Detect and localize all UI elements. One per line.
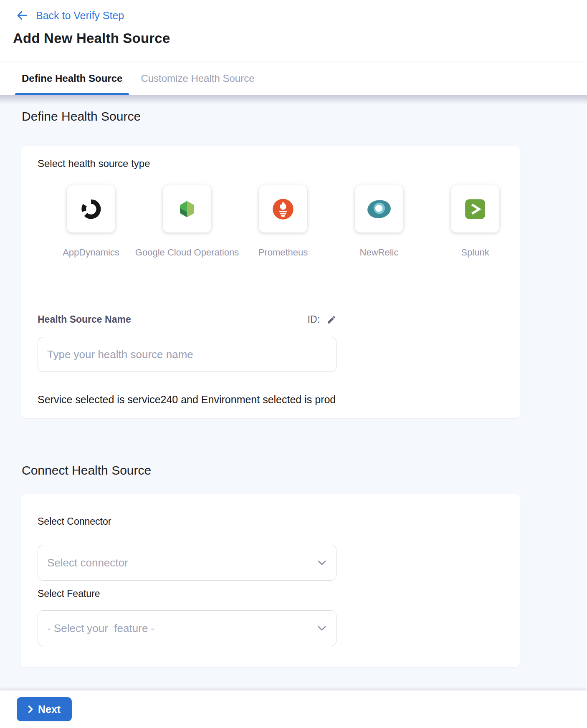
newrelic-icon xyxy=(367,200,391,219)
content-area: Define Health Source Select health sourc… xyxy=(0,95,587,690)
select-feature-label: Select Feature xyxy=(38,588,503,599)
arrow-left-icon xyxy=(16,9,28,22)
connect-section-heading: Connect Health Source xyxy=(22,463,587,478)
tile-label-prometheus: Prometheus xyxy=(258,247,308,258)
tile-label-newrelic: NewRelic xyxy=(360,247,399,258)
prometheus-icon xyxy=(272,198,294,220)
prometheus-tile[interactable] xyxy=(259,185,307,233)
tile-label-appdynamics: AppDynamics xyxy=(63,247,119,258)
service-environment-note: Service selected is service240 and Envir… xyxy=(38,394,503,406)
appdynamics-icon xyxy=(80,198,102,220)
select-connector-label: Select Connector xyxy=(38,516,503,527)
tab-bar: Define Health Source Customize Health So… xyxy=(0,61,587,95)
google-cloud-operations-icon xyxy=(176,198,198,220)
define-health-source-card: Select health source type AppDynamics xyxy=(21,146,520,418)
health-source-name-input[interactable] xyxy=(38,337,337,372)
tile-label-google-cloud-operations: Google Cloud Operations xyxy=(135,247,239,258)
source-option-splunk: Splunk xyxy=(451,185,499,233)
next-button-label: Next xyxy=(38,703,61,715)
pencil-icon xyxy=(326,315,337,325)
edit-id-button[interactable] xyxy=(326,315,337,325)
source-option-newrelic: NewRelic xyxy=(355,185,403,233)
footer: Next xyxy=(0,690,587,728)
health-source-name-row: Health Source Name ID: xyxy=(38,314,337,325)
source-option-google-cloud-operations: Google Cloud Operations xyxy=(163,185,211,233)
chevron-right-icon xyxy=(28,705,33,713)
source-option-appdynamics: AppDynamics xyxy=(67,185,115,233)
chevron-down-icon xyxy=(318,626,326,631)
id-wrap: ID: xyxy=(308,314,337,325)
feature-select-placeholder: - Select your feature - xyxy=(47,622,154,635)
page-title: Add New Health Source xyxy=(13,30,572,46)
health-source-type-list: AppDynamics Google Cloud Operations xyxy=(67,185,503,233)
appdynamics-tile[interactable] xyxy=(67,185,115,233)
id-label: ID: xyxy=(308,314,320,325)
splunk-icon xyxy=(464,198,486,220)
tile-label-splunk: Splunk xyxy=(461,247,489,258)
splunk-tile[interactable] xyxy=(451,185,499,233)
chevron-down-icon xyxy=(318,560,326,566)
back-to-verify-step-link[interactable]: Back to Verify Step xyxy=(16,9,124,22)
connect-health-source-card: Select Connector Select connector Select… xyxy=(21,494,520,667)
add-health-source-page: Back to Verify Step Add New Health Sourc… xyxy=(0,0,587,728)
tab-define-health-source[interactable]: Define Health Source xyxy=(15,61,129,95)
header: Back to Verify Step Add New Health Sourc… xyxy=(0,0,587,61)
google-cloud-operations-tile[interactable] xyxy=(163,185,211,233)
connector-select[interactable]: Select connector xyxy=(38,545,337,581)
tab-customize-health-source[interactable]: Customize Health Source xyxy=(141,61,254,95)
newrelic-tile[interactable] xyxy=(355,185,403,233)
source-option-prometheus: Prometheus xyxy=(259,185,307,233)
select-type-label: Select health source type xyxy=(38,158,503,169)
health-source-name-label: Health Source Name xyxy=(38,314,131,325)
next-button[interactable]: Next xyxy=(17,697,72,721)
back-link-label: Back to Verify Step xyxy=(36,10,124,22)
define-section-heading: Define Health Source xyxy=(22,95,587,124)
connector-select-placeholder: Select connector xyxy=(47,556,128,569)
feature-select[interactable]: - Select your feature - xyxy=(38,610,337,646)
